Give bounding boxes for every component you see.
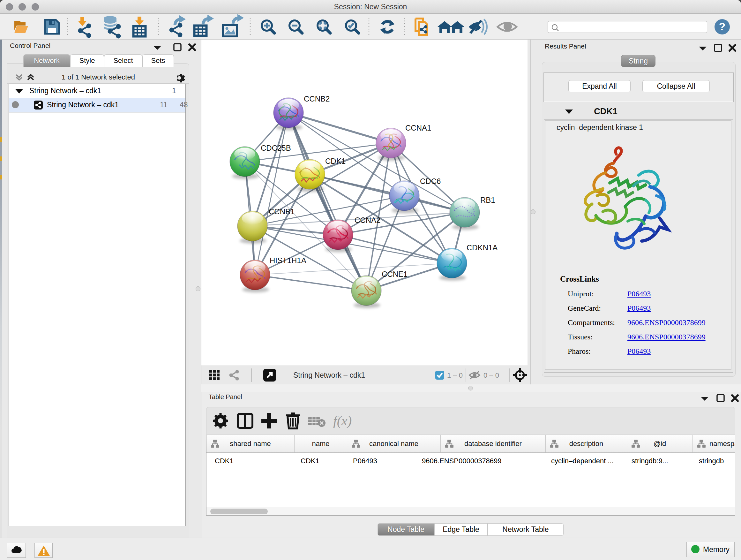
svg-text:CDKN1A: CDKN1A (467, 243, 497, 252)
svg-text:CDC25B: CDC25B (261, 144, 291, 152)
svg-text:f(x): f(x) (333, 414, 352, 428)
svg-text:0 – 0: 0 – 0 (483, 371, 499, 379)
svg-text:CDK1: CDK1 (325, 157, 346, 165)
svg-text:CCNE1: CCNE1 (382, 270, 408, 278)
svg-text:RB1: RB1 (480, 196, 495, 204)
svg-text:?: ? (719, 20, 726, 33)
svg-text:CCNB2: CCNB2 (304, 95, 330, 103)
svg-text:CCNB1: CCNB1 (269, 207, 294, 216)
svg-text:String Network – cdk1: String Network – cdk1 (293, 371, 365, 379)
svg-text:CDC6: CDC6 (420, 177, 441, 186)
svg-text:HIST1H1A: HIST1H1A (270, 256, 307, 265)
svg-text:CCNA1: CCNA1 (405, 124, 431, 132)
svg-text:CCNA2: CCNA2 (354, 216, 381, 225)
svg-text:1 – 0: 1 – 0 (447, 371, 463, 379)
